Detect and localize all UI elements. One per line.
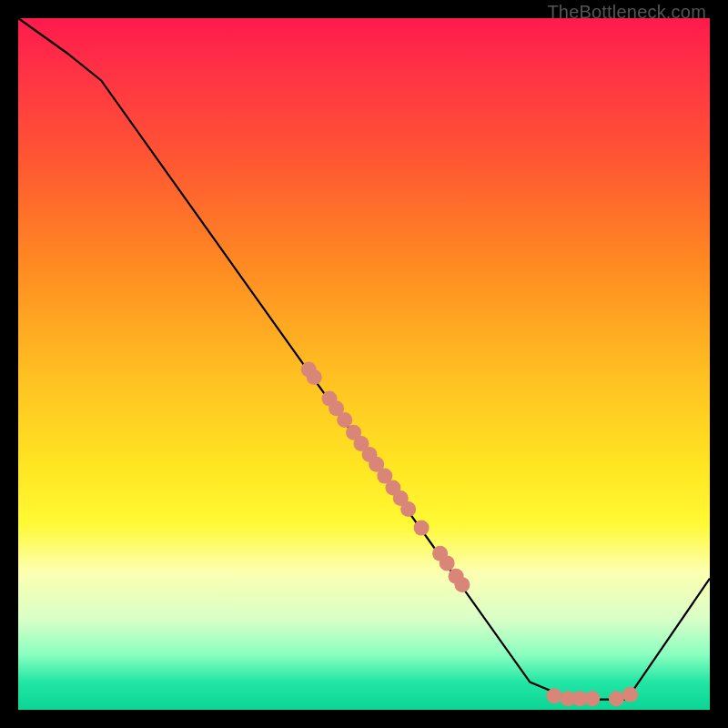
chart-container: { "attribution": "TheBottleneck.com", "c… bbox=[0, 0, 728, 728]
scatter-point bbox=[584, 691, 600, 706]
scatter-point bbox=[609, 691, 624, 706]
scatter-point bbox=[414, 521, 430, 536]
scatter-point bbox=[337, 412, 352, 428]
scatter-point bbox=[622, 687, 638, 703]
scatter-point bbox=[547, 688, 562, 703]
bottleneck-curve bbox=[18, 18, 710, 700]
scatter-point bbox=[400, 501, 416, 517]
chart-svg bbox=[18, 18, 710, 710]
scatter-point bbox=[307, 369, 322, 385]
plot-area bbox=[18, 18, 710, 710]
scatter-point bbox=[454, 577, 470, 592]
scatter-point bbox=[440, 555, 455, 571]
scatter-points bbox=[301, 362, 638, 707]
